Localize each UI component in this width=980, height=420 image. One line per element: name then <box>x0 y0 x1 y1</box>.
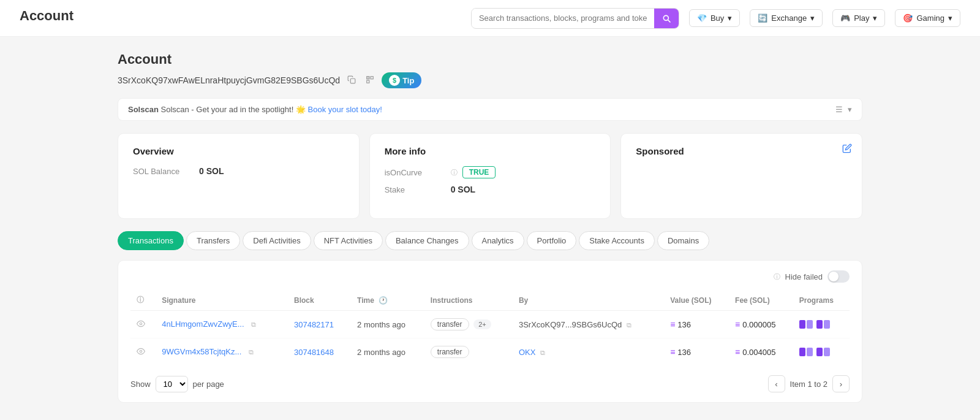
row-value: ≡ 136 <box>664 311 729 338</box>
tab-analytics[interactable]: Analytics <box>472 231 524 250</box>
tab-transactions[interactable]: Transactions <box>118 231 184 250</box>
pagination-label: Item 1 to 2 <box>790 380 827 389</box>
hide-failed-info-icon: ⓘ <box>774 272 780 281</box>
tip-badge[interactable]: $ Tip <box>382 72 421 88</box>
chevron-down-icon: ▾ <box>873 13 877 23</box>
row-by: OKX ⧉ <box>513 338 664 366</box>
search-input[interactable] <box>472 9 654 28</box>
tab-balance[interactable]: Balance Changes <box>385 231 469 250</box>
col-value: Value (SOL) <box>664 290 729 311</box>
stake-value: 0 SOL <box>451 185 475 194</box>
table-header: ⓘ Signature Block Time 🕐 Instructions By… <box>130 290 850 311</box>
tab-defi[interactable]: Defi Activities <box>243 231 311 250</box>
per-page-label: per page <box>193 380 224 389</box>
sol-balance-value: 0 SOL <box>199 166 224 176</box>
info-icon: ⓘ <box>137 296 144 304</box>
row-instructions: transfer 2+ <box>424 311 513 338</box>
ad-controls[interactable]: ☰ ▾ <box>835 105 852 114</box>
row-time: 2 months ago <box>351 338 424 366</box>
gaming-menu[interactable]: 🎯 Gaming ▾ <box>895 9 960 27</box>
transactions-table-card: ⓘ Hide failed ⓘ Signature Block Time 🕐 <box>118 260 862 403</box>
col-fee: Fee (SOL) <box>729 290 793 311</box>
exchange-menu[interactable]: 🔄 Exchange ▾ <box>750 9 823 27</box>
clock-icon: 🕐 <box>379 296 388 305</box>
signature-link[interactable]: 9WGVm4x58TcjtqKz... <box>162 347 241 356</box>
copy-by-button[interactable]: ⧉ <box>540 349 545 357</box>
program-icon-1 <box>799 348 813 356</box>
search-bar <box>471 8 679 29</box>
table-row: 4nLHmgomZwvZwyE... ⧉ 307482171 2 months … <box>130 311 850 338</box>
pagination: ‹ Item 1 to 2 › <box>768 375 850 392</box>
ad-link[interactable]: Book your slot today! <box>308 105 382 114</box>
account-address: 3SrXcoKQ97xwFAwELnraHtpuycjGvmG82E9SBGs6… <box>118 75 340 85</box>
hide-failed-label: Hide failed <box>785 272 823 281</box>
hide-failed-row: ⓘ Hide failed <box>774 270 850 283</box>
sponsored-title: Sponsored <box>636 146 847 156</box>
row-block: 307482171 <box>288 311 351 338</box>
account-header: Account 3SrXcoKQ97xwFAwELnraHtpuycjGvmG8… <box>118 52 862 88</box>
tab-stake[interactable]: Stake Accounts <box>579 231 655 250</box>
block-link[interactable]: 307482171 <box>294 320 334 329</box>
page-content: Account 3SrXcoKQ97xwFAwELnraHtpuycjGvmG8… <box>98 37 882 418</box>
eye-icon[interactable] <box>137 348 145 357</box>
copy-signature-button[interactable]: ⧉ <box>249 319 258 330</box>
tab-domains[interactable]: Domains <box>657 231 709 250</box>
top-navigation: Account 💎 Buy ▾ 🔄 Exchange ▾ 🎮 Play ▾ 🎯 … <box>0 0 980 37</box>
row-fee: ≡ 0.004005 <box>729 338 793 366</box>
chevron-down-icon: ▾ <box>848 105 852 114</box>
row-eye <box>130 338 156 366</box>
qr-code-button[interactable] <box>363 74 377 87</box>
block-link[interactable]: 307481648 <box>294 348 334 357</box>
row-signature: 4nLHmgomZwvZwyE... ⧉ <box>156 311 288 338</box>
buy-menu[interactable]: 💎 Buy ▾ <box>689 9 740 27</box>
next-page-button[interactable]: › <box>832 375 850 392</box>
play-menu[interactable]: 🎮 Play ▾ <box>832 9 885 27</box>
edit-icon[interactable] <box>842 143 852 156</box>
sol-balance-row: SOL Balance 0 SOL <box>133 166 344 176</box>
copy-address-button[interactable] <box>345 74 358 87</box>
exchange-icon: 🔄 <box>758 13 767 23</box>
row-programs <box>793 311 850 338</box>
gaming-icon: 🎯 <box>903 13 913 23</box>
ad-banner: Solscan Solscan - Get your ad in the spo… <box>118 98 862 121</box>
copy-by-button[interactable]: ⧉ <box>627 321 631 329</box>
col-time: Time 🕐 <box>351 290 424 311</box>
ad-text: Solscan Solscan - Get your ad in the spo… <box>128 105 382 114</box>
show-per-page: Show 10 per page <box>130 376 224 392</box>
info-icon: ⓘ <box>451 168 458 177</box>
copy-signature-button[interactable]: ⧉ <box>246 347 256 357</box>
is-on-curve-value: TRUE <box>462 166 496 178</box>
tab-nft[interactable]: NFT Activities <box>314 231 383 250</box>
nav-right: 💎 Buy ▾ 🔄 Exchange ▾ 🎮 Play ▾ 🎯 Gaming ▾ <box>471 8 960 29</box>
row-value: ≡ 136 <box>664 338 729 366</box>
svg-rect-0 <box>350 78 355 83</box>
ad-message: Solscan - Get your ad in the spotlight! … <box>160 105 305 114</box>
ad-brand: Solscan <box>128 105 159 114</box>
row-instructions: transfer <box>424 338 513 366</box>
buy-icon: 💎 <box>697 13 707 23</box>
sol-balance-label: SOL Balance <box>133 167 194 176</box>
signature-link[interactable]: 4nLHmgomZwvZwyE... <box>162 319 244 329</box>
search-button[interactable] <box>654 9 679 28</box>
overview-title: Overview <box>133 146 344 156</box>
col-programs: Programs <box>793 290 850 311</box>
table-body: 4nLHmgomZwvZwyE... ⧉ 307482171 2 months … <box>130 311 850 366</box>
prev-page-button[interactable]: ‹ <box>768 375 785 392</box>
eye-icon[interactable] <box>137 320 145 330</box>
instruction-badge: transfer <box>431 346 469 358</box>
hide-failed-toggle[interactable] <box>827 270 850 283</box>
program-icon-2 <box>816 348 830 356</box>
svg-point-6 <box>140 350 142 353</box>
account-page-title: Account <box>118 52 862 67</box>
address-row: 3SrXcoKQ97xwFAwELnraHtpuycjGvmG82E9SBGs6… <box>118 72 862 88</box>
svg-rect-2 <box>371 76 373 78</box>
page-title: Account <box>20 8 74 24</box>
table-row: 9WGVm4x58TcjtqKz... ⧉ 307481648 2 months… <box>130 338 850 366</box>
by-link[interactable]: OKX <box>519 348 535 357</box>
is-on-curve-row: isOnCurve ⓘ TRUE <box>385 166 596 178</box>
svg-rect-4 <box>367 77 369 79</box>
tab-portfolio[interactable]: Portfolio <box>527 231 577 250</box>
tab-transfers[interactable]: Transfers <box>186 231 240 250</box>
col-signature: Signature <box>156 290 288 311</box>
per-page-select[interactable]: 10 <box>156 376 188 392</box>
